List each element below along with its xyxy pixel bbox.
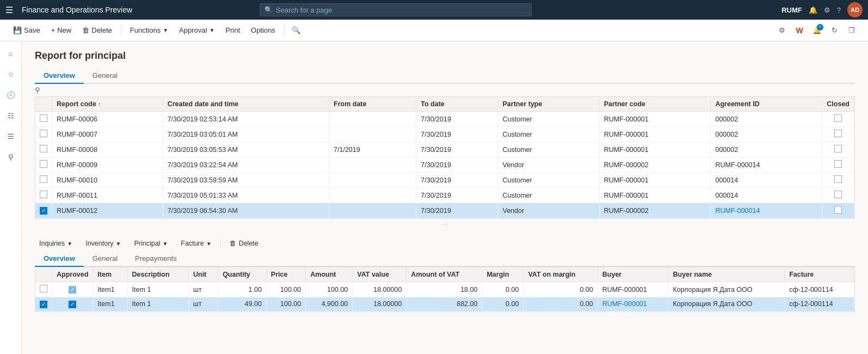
upper-table-row[interactable]: RUMF-000117/30/2019 05:01:33 AM7/30/2019… bbox=[35, 188, 854, 203]
sidebar-recent[interactable]: 🕘 bbox=[1, 85, 21, 105]
functions-button[interactable]: Functions ▼ bbox=[126, 24, 173, 36]
inquiries-button[interactable]: Inquiries ▼ bbox=[35, 238, 77, 249]
upper-checkbox-3[interactable] bbox=[40, 160, 47, 168]
upper-row-check-0[interactable] bbox=[35, 112, 52, 127]
sidebar-workspaces[interactable]: ☷ bbox=[1, 106, 21, 125]
lower-table-row[interactable]: Item1Item 1шт49.00100.004,900.0018.00000… bbox=[35, 297, 854, 312]
office-icon-button[interactable]: W bbox=[792, 23, 807, 38]
upper-table-row[interactable]: RUMF-000107/30/2019 03:59:59 AM7/30/2019… bbox=[35, 173, 854, 188]
menu-icon[interactable]: ☰ bbox=[5, 5, 13, 15]
closed-checkbox-0[interactable] bbox=[834, 114, 842, 122]
lower-cell-vat_on_margin: 0.00 bbox=[524, 282, 598, 297]
search-filter-button[interactable]: 🔍 bbox=[289, 23, 304, 38]
closed-checkbox-6[interactable] bbox=[834, 206, 842, 213]
upper-checkbox-0[interactable] bbox=[40, 114, 47, 122]
upper-row-check-1[interactable] bbox=[35, 127, 52, 142]
upper-cell-closed[interactable] bbox=[822, 127, 854, 142]
buyer-link-1[interactable]: RUMF-000001 bbox=[602, 300, 647, 308]
upper-cell-to_date: 7/30/2019 bbox=[416, 142, 498, 157]
upper-table-row[interactable]: RUMF-000127/30/2019 06:54:30 AM7/30/2019… bbox=[35, 203, 854, 218]
upper-cell-closed[interactable] bbox=[822, 188, 854, 203]
upper-table-row[interactable]: RUMF-000067/30/2019 02:53:14 AM7/30/2019… bbox=[35, 112, 854, 127]
upper-tab-general[interactable]: General bbox=[84, 68, 126, 84]
help-icon[interactable]: ? bbox=[837, 6, 841, 14]
upper-checkbox-4[interactable] bbox=[40, 175, 47, 183]
upper-cell-created_date: 7/30/2019 02:53:14 AM bbox=[163, 112, 329, 127]
upper-checkbox-5[interactable] bbox=[40, 191, 47, 198]
upper-table-row[interactable]: RUMF-000087/30/2019 03:05:53 AM7/1/20197… bbox=[35, 142, 854, 157]
approved-checkbox-0[interactable] bbox=[69, 286, 76, 294]
closed-checkbox-2[interactable] bbox=[834, 145, 842, 152]
new-button[interactable]: + New bbox=[47, 24, 76, 36]
upper-row-check-6[interactable] bbox=[35, 203, 52, 218]
sidebar-filter[interactable]: ⚲ bbox=[1, 147, 21, 167]
closed-checkbox-5[interactable] bbox=[834, 191, 842, 198]
upper-checkbox-1[interactable] bbox=[40, 130, 47, 137]
save-button[interactable]: 💾 Save bbox=[9, 24, 45, 36]
filter-icon[interactable]: ⚲ bbox=[35, 86, 40, 94]
approval-button[interactable]: Approval ▼ bbox=[175, 24, 219, 36]
delete-button[interactable]: 🗑 Delete bbox=[78, 24, 116, 36]
lower-cell-approved-1[interactable] bbox=[52, 297, 93, 312]
sidebar-home[interactable]: ⌂ bbox=[1, 44, 21, 63]
upper-cell-closed[interactable] bbox=[822, 112, 854, 127]
avatar[interactable]: AD bbox=[847, 2, 863, 17]
refresh-button[interactable]: ↻ bbox=[827, 23, 842, 38]
closed-checkbox-3[interactable] bbox=[834, 160, 842, 168]
upper-tab-overview[interactable]: Overview bbox=[35, 68, 84, 84]
sidebar-favorites[interactable]: ☆ bbox=[1, 64, 21, 84]
top-nav: ☰ Finance and Operations Preview 🔍 Searc… bbox=[0, 0, 868, 20]
settings-icon[interactable]: ⚙ bbox=[824, 6, 830, 14]
inventory-button[interactable]: Inventory ▼ bbox=[81, 238, 125, 249]
lower-cell-approved-0[interactable] bbox=[52, 282, 93, 297]
personalize-button[interactable]: ⚙ bbox=[774, 23, 790, 38]
facture-button[interactable]: Facture ▼ bbox=[176, 238, 216, 249]
upper-row-check-3[interactable] bbox=[35, 157, 52, 173]
bell-icon[interactable]: 🔔 bbox=[809, 6, 817, 14]
lower-cell-description: Item 1 bbox=[127, 297, 188, 312]
upper-table-row[interactable]: RUMF-000097/30/2019 03:22:54 AM7/30/2019… bbox=[35, 157, 854, 173]
approved-checkbox-1[interactable] bbox=[69, 301, 76, 308]
inventory-arrow: ▼ bbox=[116, 241, 121, 247]
lower-checkbox-0[interactable] bbox=[40, 285, 47, 292]
upper-row-check-4[interactable] bbox=[35, 173, 52, 188]
toolbar-sep-2 bbox=[284, 25, 285, 36]
lower-tab-overview[interactable]: Overview bbox=[35, 251, 84, 267]
lower-tab-general[interactable]: General bbox=[84, 251, 126, 267]
lower-cell-buyer-1[interactable]: RUMF-000001 bbox=[598, 297, 668, 312]
lower-row-check-1[interactable] bbox=[35, 297, 52, 312]
lower-tab-prepayments[interactable]: Prepayments bbox=[126, 251, 186, 267]
upper-cell-closed[interactable] bbox=[822, 142, 854, 157]
upper-cell-report_code: RUMF-00007 bbox=[52, 127, 163, 142]
upper-cell-closed[interactable] bbox=[822, 203, 854, 218]
upper-table-row[interactable]: RUMF-000077/30/2019 03:05:01 AM7/30/2019… bbox=[35, 127, 854, 142]
upper-cell-closed[interactable] bbox=[822, 157, 854, 173]
notification-button[interactable]: 🔔 7 bbox=[809, 23, 824, 38]
lower-row-check-0[interactable] bbox=[35, 282, 52, 297]
upper-cell-partner_type: Customer bbox=[498, 112, 599, 127]
upper-cell-closed[interactable] bbox=[822, 173, 854, 188]
expand-button[interactable]: ❐ bbox=[844, 23, 859, 38]
upper-row-check-2[interactable] bbox=[35, 142, 52, 157]
upper-checkbox-2[interactable] bbox=[40, 145, 47, 152]
functions-arrow: ▼ bbox=[163, 27, 168, 33]
upper-row-check-5[interactable] bbox=[35, 188, 52, 203]
search-bar[interactable]: 🔍 Search for a page bbox=[260, 3, 532, 16]
closed-checkbox-4[interactable] bbox=[834, 175, 842, 183]
resize-handle[interactable]: … bbox=[35, 219, 855, 227]
lower-cell-amount: 100.00 bbox=[306, 282, 353, 297]
closed-checkbox-1[interactable] bbox=[834, 130, 842, 137]
print-button[interactable]: Print bbox=[221, 24, 244, 36]
principal-button[interactable]: Principal ▼ bbox=[130, 238, 172, 249]
lower-checkbox-1[interactable] bbox=[40, 301, 47, 308]
upper-col-check bbox=[35, 97, 52, 112]
agreement-link[interactable]: RUMF-000014 bbox=[715, 207, 760, 215]
upper-cell-partner_code: RUMF-000002 bbox=[599, 157, 711, 173]
lower-table-row[interactable]: Item1Item 1шт1.00100.00100.0018.0000018.… bbox=[35, 282, 854, 297]
sub-delete-button[interactable]: 🗑 Delete bbox=[225, 238, 263, 249]
upper-cell-agreement_id: 000002 bbox=[711, 112, 822, 127]
sidebar-modules[interactable]: ☰ bbox=[1, 126, 21, 146]
upper-cell-agreement_id: RUMF-000014 bbox=[711, 203, 822, 218]
upper-checkbox-6[interactable] bbox=[40, 207, 47, 215]
options-button[interactable]: Options bbox=[247, 24, 280, 36]
